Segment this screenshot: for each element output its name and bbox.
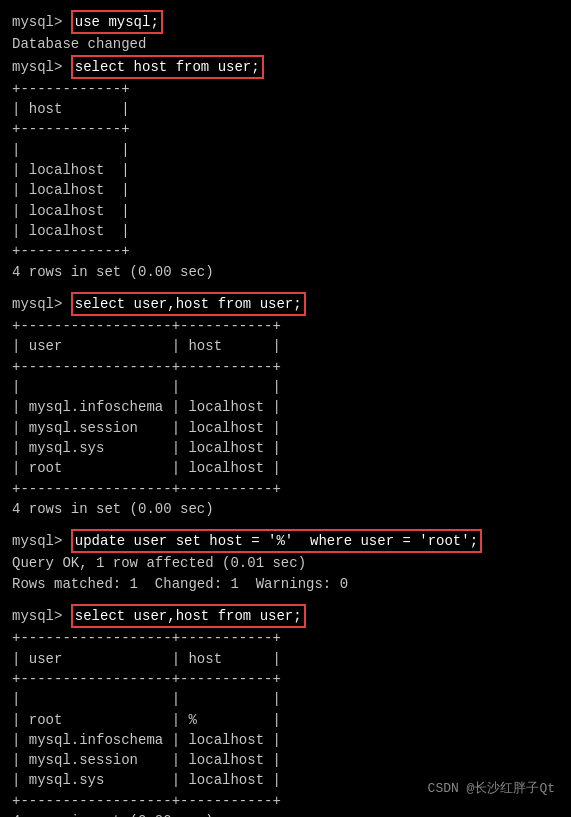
command-line: mysql> update user set host = '%' where … [12,529,559,553]
command-line: mysql> use mysql; [12,10,559,34]
table-row: | root | % | [12,710,559,730]
table-row: | localhost | [12,221,559,241]
sql-command: select user,host from user; [71,292,306,316]
output-line: 4 rows in set (0.00 sec) [12,499,559,519]
table-row: +------------------+-----------+ [12,357,559,377]
table-row: | | [12,140,559,160]
terminal-window: mysql> use mysql;Database changedmysql> … [8,6,563,817]
mysql-prompt: mysql> [12,531,71,551]
mysql-prompt: mysql> [12,57,71,77]
sql-command: select host from user; [71,55,264,79]
watermark: CSDN @长沙红胖子Qt [428,780,555,799]
table-row: +------------------+-----------+ [12,316,559,336]
table-row: +------------------+-----------+ [12,628,559,648]
table-row: | localhost | [12,201,559,221]
output-line: Rows matched: 1 Changed: 1 Warnings: 0 [12,574,559,594]
command-line: mysql> select user,host from user; [12,292,559,316]
table-row: +------------+ [12,241,559,261]
sql-command: update user set host = '%' where user = … [71,529,482,553]
blank-line [12,594,559,604]
output-line: 4 rows in set (0.00 sec) [12,811,559,817]
table-row: | | | [12,689,559,709]
output-line: Query OK, 1 row affected (0.01 sec) [12,553,559,573]
table-row: | root | localhost | [12,458,559,478]
table-row: | localhost | [12,160,559,180]
sql-command: select user,host from user; [71,604,306,628]
mysql-prompt: mysql> [12,12,71,32]
table-row: +------------------+-----------+ [12,669,559,689]
output-line: 4 rows in set (0.00 sec) [12,262,559,282]
mysql-prompt: mysql> [12,606,71,626]
table-row: | mysql.sys | localhost | [12,438,559,458]
table-row: +------------------+-----------+ [12,479,559,499]
table-row: | mysql.session | localhost | [12,418,559,438]
table-row: | user | host | [12,336,559,356]
table-row: | localhost | [12,180,559,200]
table-row: +------------+ [12,119,559,139]
table-row: | mysql.infoschema | localhost | [12,397,559,417]
table-row: | mysql.session | localhost | [12,750,559,770]
command-line: mysql> select user,host from user; [12,604,559,628]
blank-line [12,282,559,292]
output-line: Database changed [12,34,559,54]
blank-line [12,519,559,529]
mysql-prompt: mysql> [12,294,71,314]
command-line: mysql> select host from user; [12,55,559,79]
table-row: +------------+ [12,79,559,99]
table-row: | mysql.infoschema | localhost | [12,730,559,750]
table-row: | host | [12,99,559,119]
table-row: | | | [12,377,559,397]
sql-command: use mysql; [71,10,163,34]
table-row: | user | host | [12,649,559,669]
